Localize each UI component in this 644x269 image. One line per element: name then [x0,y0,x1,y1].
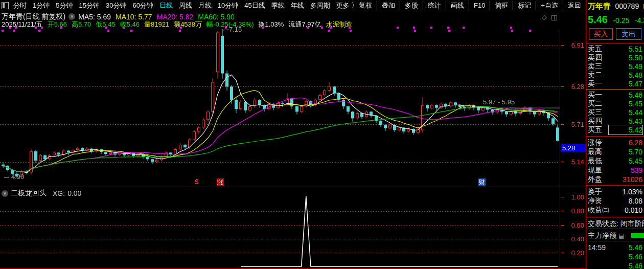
axis-tick [561,45,564,46]
axis-price-514: 5.14 [562,158,584,166]
split-window-icon[interactable]: ◫ [551,13,557,21]
toolbar-tongji[interactable]: 统计 [423,1,446,10]
sell-signal-marker: S̄ [193,178,200,186]
detail-list-icon[interactable]: ▤ [618,232,624,239]
indicator-name[interactable]: 二板龙回头 [11,189,47,198]
bid-row-4[interactable]: 买四5.43 [586,117,644,125]
stat-eps: 收益㈢0.010 [586,206,644,214]
toolbar-back[interactable]: 返回 [563,1,586,10]
turnover-value: 换1.03% [259,20,284,29]
axis-tick [561,197,564,197]
axis-tick [561,253,564,253]
stat-day-high: 最高5.70 [586,147,644,156]
stat-outer-vol: 外盘31026 [586,175,644,184]
tab-monthly[interactable]: 月线 [195,1,215,11]
bid-row-2[interactable]: 买二5.45 [586,99,644,108]
stat-current-vol: 现量539 [586,166,644,174]
main-flow-bar [631,233,644,238]
ohlc-status-row: 2025/11/21/五 开5.66 高5.70 低5.45 收5.46 量81… [2,21,357,28]
low-annotation-dash [4,177,9,178]
bottom-border [0,268,586,268]
ask-row-1[interactable]: 卖一5.47 [586,79,644,88]
axis-tick [561,239,564,239]
date-value: 2025/11/21/五 [2,20,43,29]
axis-tick [561,211,564,211]
tab-15min[interactable]: 15分钟 [76,1,102,11]
close-value: 收5.46 [120,20,140,29]
high-value: 高5.70 [72,20,91,29]
toolbar-biaoji[interactable]: 标记 [513,1,536,10]
price-row: 5.46 -0.25 -4.38% [588,14,644,26]
toolbar-duogu[interactable]: 多股 [400,1,423,10]
tab-quarterly[interactable]: 季线 [268,1,288,11]
axis-tick [561,124,564,125]
bid-row-3[interactable]: 买三5.44 [586,108,644,117]
axis-left-border [560,29,560,268]
buy-button[interactable]: 买入 [589,28,613,40]
tab-5min[interactable]: 5分钟 [53,1,76,11]
axis-tick [561,225,564,226]
axis-sub-040: 0.40 [562,235,584,243]
toolbar-f10[interactable]: F10 [469,1,490,10]
main-chart-canvas[interactable] [0,0,562,269]
tab-multi-period[interactable]: 多周期 [307,1,333,11]
low-value: 低5.45 [96,20,115,29]
diamond-tool-icon[interactable]: ◇ [542,13,547,21]
chart-info-row: 万年青(日线 前复权) ∨ MA5: 5.69 MA10: 5.77 MA20:… [2,13,239,20]
axis-price-691: 6.91 [562,41,584,49]
toolbar-add-watchlist[interactable]: +自选 [536,1,563,10]
tab-30min[interactable]: 30分钟 [103,1,129,11]
quote-panel: 万年青 000789 L 5.46 -0.25 -4.38% 买入 卖出 卖五5… [586,0,644,269]
industry-label[interactable]: 水泥制造 [326,20,353,29]
stat-day-low: 最低5.45 [586,156,644,165]
xg-label: XG: [53,189,65,197]
axis-sub-100: 1.00 [562,193,584,201]
toolbar-huaxian[interactable]: 画线 [446,1,469,10]
tape-row[interactable]: 14:595.46 [586,243,644,252]
tab-60min[interactable]: 60分钟 [129,1,156,11]
tab-10min[interactable]: 10分钟 [215,1,241,11]
indicator-collapse-icon[interactable]: ∨ [2,190,8,197]
ref-line-annotation: 5.97 - 5.95 [483,98,515,106]
stat-net-asset: 净资8.08 [586,196,644,205]
stock-name-row: 万年青 000789 L [588,2,644,11]
cai-event-marker[interactable]: 财 [478,178,486,186]
axis-sub-020: 0.20 [562,249,584,257]
xg-value: 0.00 [67,189,81,197]
stat-limit-up: 涨停6.28 [586,138,644,147]
peak-price-annotation: 7.15 [229,26,242,33]
last-price: 5.46 [588,14,608,25]
ask-row-4[interactable]: 卖四5.50 [586,53,644,62]
stock-code: 000789 [615,2,639,10]
tab-1min[interactable]: 1分钟 [30,1,53,11]
bid-row-1[interactable]: 买一5.46 [586,91,644,99]
tape-row[interactable]: 5.46 [586,261,644,269]
stat-turnover: 换手1.03% [586,187,644,196]
collapse-chevron-icon[interactable]: ∨ [68,13,75,20]
current-price-tag: 5.28 [561,144,587,152]
tab-fenshi[interactable]: 分时 [10,1,30,11]
axis-sub-080: 0.80 [562,207,584,215]
ask-row-3[interactable]: 卖三5.49 [586,62,644,71]
trade-status: 交易状态: 闭市阶段 [588,219,644,229]
ask-row-2[interactable]: 卖二5.48 [586,71,644,79]
toolbar-fuquan[interactable]: 复权 [354,1,377,10]
axis-sub-060: 0.60 [562,221,584,229]
sell-button[interactable]: 卖出 [616,28,641,40]
sub-indicator-header: ∨ 二板龙回头 XG: 0.00 [2,189,81,198]
tab-weekly[interactable]: 周线 [176,1,195,11]
tape-row[interactable]: 5.46 [586,252,644,261]
window-layout-icon[interactable] [2,2,9,9]
main-flow-row[interactable]: 主力净额 ▤ [588,231,624,240]
tab-yearly[interactable]: 年线 [288,1,307,11]
price-change-pct: -4.38% [635,16,644,25]
ask-row-5[interactable]: 卖五5.51 [586,44,644,53]
toolbar-jiankuang[interactable]: 简框 [490,1,513,10]
low-price-annotation: 4.90 [11,173,24,181]
selected-price-box [608,125,643,135]
tab-daily-active[interactable]: 日线 [156,1,176,11]
toolbar-diejia[interactable]: 叠加 [377,1,400,10]
volume-value: 量81921 [144,20,169,29]
zhang-event-marker[interactable]: 涨 [217,178,224,186]
tab-45day[interactable]: 45日线 [241,1,268,11]
